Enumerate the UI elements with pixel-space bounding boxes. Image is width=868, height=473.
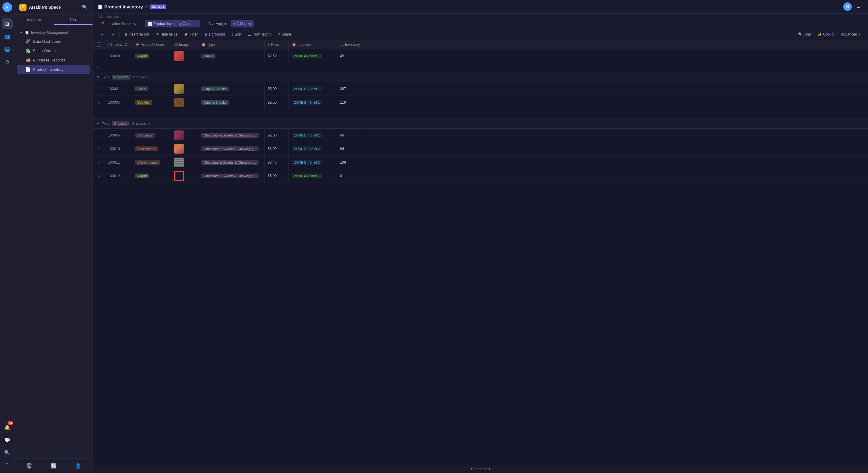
cell-product-name[interactable]: Cookies — [132, 96, 171, 109]
sidebar-item-sales-orders[interactable]: 🛍️ Sales Orders — [17, 46, 90, 55]
cell-inventory[interactable]: 198 — [337, 156, 367, 169]
share-btn[interactable]: ↗ Share — [274, 31, 294, 38]
header-checkbox-cell[interactable] — [93, 40, 105, 49]
col-header-product-id[interactable]: # ProductID — [105, 40, 132, 49]
table-row[interactable]: 2 100010 Kids sweets Chocolate & Sweets … — [93, 142, 868, 156]
user-avatar-rail[interactable]: H — [2, 2, 12, 12]
cell-product-name[interactable]: Yogurt — [132, 50, 171, 63]
sidebar-item-product-inventory[interactable]: 📄 Product Inventory — [17, 65, 90, 74]
cell-price[interactable]: $3.00 — [265, 142, 289, 155]
rail-notification-icon[interactable]: 🔔 54 — [2, 422, 13, 433]
footer-refresh-btn[interactable]: 🔄 — [49, 461, 59, 471]
select-all-checkbox[interactable] — [97, 42, 101, 47]
cell-location[interactable]: ZONE B - Shelf 2 — [289, 142, 337, 155]
topbar-star-icon[interactable]: ☆ — [145, 4, 148, 9]
cell-product-id[interactable]: 100011 — [105, 156, 132, 169]
col-header-image[interactable]: 🖼 Image — [171, 40, 198, 49]
cell-price[interactable]: $5.00 — [265, 169, 289, 183]
cell-product-name[interactable]: Chewing gum — [132, 156, 171, 169]
cell-product-id[interactable]: 100006 — [105, 129, 132, 142]
col-header-price[interactable]: $ Price — [265, 40, 289, 49]
col-header-inventory[interactable]: ƒx Inventory — [337, 40, 367, 49]
rail-settings-icon[interactable]: ⚙ — [2, 56, 13, 67]
cell-image[interactable] — [171, 50, 198, 63]
cell-product-name[interactable]: Yogurt — [132, 169, 171, 183]
product-inventory-options-icon[interactable]: ··· — [194, 22, 197, 26]
group-btn[interactable]: ⊞ 1 group(s) — [201, 31, 228, 38]
cell-inventory[interactable]: 45 — [337, 50, 367, 63]
views-count-btn[interactable]: 3 view(s) ▾ — [206, 20, 229, 27]
location-overview-options-icon[interactable]: ··· — [137, 22, 141, 26]
cell-location[interactable]: ZONE B - Shelf 1 — [289, 129, 337, 142]
cell-price[interactable]: $5.00 — [265, 82, 289, 95]
col-header-product-name[interactable]: ⚡ Product Name — [132, 40, 171, 49]
cell-image[interactable] — [171, 142, 198, 155]
cell-inventory[interactable]: 119 — [337, 96, 367, 109]
cell-product-name[interactable]: Chocolate — [132, 129, 171, 142]
sidebar-item-purchase-records[interactable]: 🚚 Purchase Records — [17, 56, 90, 64]
add-row-drinks[interactable]: + — [93, 63, 868, 72]
sidebar-section-header[interactable]: ▼ 📋 Inventory Management — [14, 29, 93, 36]
hide-fields-btn[interactable]: 👁 Hide fields — [153, 31, 180, 38]
table-row[interactable]: 3 100011 Chewing gum Chocolate & Sweets … — [93, 156, 868, 169]
group-toggle-crips-snacks[interactable]: ▼ — [96, 75, 100, 79]
cell-price[interactable]: $3.40 — [265, 156, 289, 169]
cell-product-name[interactable]: Kids sweets — [132, 142, 171, 155]
topbar-description[interactable]: Add a description — [98, 15, 123, 19]
cell-inventory[interactable]: 49 — [337, 129, 367, 142]
col-header-type[interactable]: ⏰ Type — [198, 40, 265, 49]
cell-type[interactable]: Crips & Snacks — [198, 96, 265, 109]
cell-location[interactable]: ZONE A - Shelf 3 — [289, 50, 337, 63]
cell-type[interactable]: Drinks — [198, 50, 265, 63]
cell-image[interactable] — [171, 96, 198, 109]
find-btn[interactable]: 🔍 Find — [795, 31, 814, 38]
topbar-cloud-btn[interactable]: ☁ — [854, 3, 863, 10]
view-tab-product-inventory[interactable]: 📊 Product Inventory Over... ··· — [145, 20, 201, 27]
footer-delete-btn[interactable]: 🗑️ — [24, 461, 34, 471]
cell-type[interactable]: Crips & Snacks — [198, 82, 265, 95]
cell-type[interactable]: Chocolate & Sweets & Chewing g... — [198, 156, 265, 169]
add-view-btn[interactable]: + Add view — [230, 20, 254, 27]
add-row-crips[interactable]: + — [93, 109, 868, 119]
cell-location[interactable]: ZONE B - Shelf 2 — [289, 156, 337, 169]
cell-product-id[interactable]: 100001 — [105, 82, 132, 95]
group-header-chocolate[interactable]: ▼ Type Chocolat 4 records ▾ — [93, 119, 868, 129]
cell-product-id[interactable]: 100012 — [105, 169, 132, 183]
rail-question-icon[interactable]: ? — [2, 460, 13, 471]
cell-image[interactable] — [171, 129, 198, 142]
advanced-btn[interactable]: Advanced ▾ — [838, 31, 863, 38]
table-row[interactable]: 7 100009 Yogurt Drinks $2.50 ZONE A - Sh… — [93, 50, 868, 63]
cell-price[interactable]: $2.50 — [265, 50, 289, 63]
redo-btn[interactable]: → — [108, 31, 118, 38]
rail-search-icon[interactable]: 🔍 — [2, 447, 13, 458]
tab-pin[interactable]: Pin — [54, 15, 93, 25]
sidebar-item-data-dashboard[interactable]: 🚀 Data Dashboard — [17, 37, 90, 46]
cell-price[interactable]: $2.50 — [265, 96, 289, 109]
row-height-btn[interactable]: ☰ Row height — [245, 31, 274, 38]
group-toggle-chocolate[interactable]: ▼ — [96, 122, 100, 125]
cell-product-name[interactable]: Crips — [132, 82, 171, 95]
records-count[interactable]: 13 records ▾ — [470, 467, 491, 471]
cell-inventory[interactable]: 94 — [337, 142, 367, 155]
view-tab-location-overview[interactable]: 📍 Location Overview ··· — [98, 20, 144, 27]
cell-type[interactable]: Chocolate & Sweets & Chewing g... — [198, 169, 265, 183]
cell-location[interactable]: ZONE B - Shelf 1 — [289, 96, 337, 109]
sidebar-search-icon[interactable]: 🔍 — [82, 4, 88, 10]
group-header-crips-snacks[interactable]: ▼ Type Crips & S 2 records ▾ — [93, 72, 868, 82]
cell-inventory[interactable]: 0 — [337, 169, 367, 183]
tab-explorer[interactable]: Explorer — [14, 15, 54, 25]
cell-product-id[interactable]: 100010 — [105, 142, 132, 155]
cell-product-id[interactable]: 100009 — [105, 50, 132, 63]
topbar-user-avatar[interactable]: H — [843, 2, 852, 11]
sort-btn[interactable]: ↕ Sort — [229, 31, 244, 38]
cell-price[interactable]: $2.00 — [265, 129, 289, 142]
filter-btn[interactable]: ⚡ Filter — [181, 31, 201, 38]
rail-explore-icon[interactable]: 🌐 — [2, 44, 13, 55]
cell-image-selected[interactable] — [171, 169, 198, 183]
cell-location[interactable]: ZONE A - Shelf 2 — [289, 169, 337, 183]
cell-image[interactable] — [171, 82, 198, 95]
cell-image[interactable] — [171, 156, 198, 169]
cell-type[interactable]: Chocolate & Sweets & Chewing g... — [198, 142, 265, 155]
insert-record-btn[interactable]: ⊕ Insert record — [121, 31, 152, 38]
rail-chat-icon[interactable]: 💬 — [2, 435, 13, 445]
